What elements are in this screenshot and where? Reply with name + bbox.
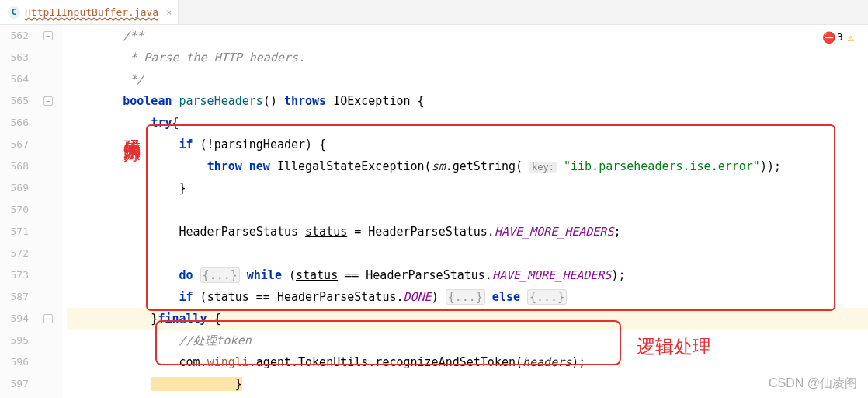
fold-column: − − −	[40, 25, 62, 398]
code-line: do {...} while (status == HeaderParseSta…	[67, 264, 868, 286]
code-line: boolean parseHeaders() throws IOExceptio…	[67, 90, 868, 112]
tab-filename: Http11InputBuffer.java	[25, 6, 158, 18]
inspection-badges[interactable]: ⛔3 ⚠	[822, 31, 856, 44]
fold-icon[interactable]: −	[43, 31, 53, 40]
file-tab[interactable]: C Http11InputBuffer.java ×	[0, 0, 179, 24]
code-line: com.wingli.agent.TokenUtils.recognizeAnd…	[67, 351, 868, 373]
code-line: //处理token	[67, 330, 868, 351]
code-line: if (status == HeaderParseStatus.DONE) {.…	[67, 286, 868, 308]
code-line: HeaderParseStatus status = HeaderParseSt…	[67, 221, 868, 243]
code-line: */	[67, 68, 868, 90]
code-line: }finally {	[67, 308, 868, 330]
code-line: }	[67, 373, 868, 395]
tab-bar: C Http11InputBuffer.java ×	[0, 0, 868, 25]
warning-icon: ⚠	[848, 31, 856, 44]
fold-icon[interactable]: −	[43, 96, 53, 106]
fold-icon[interactable]: −	[43, 314, 53, 323]
close-icon[interactable]: ×	[166, 7, 172, 18]
code-area[interactable]: /** * Parse the HTTP headers. */ boolean…	[62, 25, 868, 398]
error-icon: ⛔3	[822, 31, 842, 44]
code-line: try{	[67, 112, 868, 134]
code-editor[interactable]: 562 563 564 565 566 567 568 569 570 571 …	[0, 25, 868, 398]
code-line: if (!parsingHeader) {	[67, 134, 868, 155]
code-line: throw new IllegalStateException(sm.getSt…	[67, 155, 868, 177]
code-line	[67, 199, 868, 221]
code-line: * Parse the HTTP headers.	[67, 47, 868, 68]
java-class-icon: C	[8, 6, 20, 19]
line-gutter: 562 563 564 565 566 567 568 569 570 571 …	[0, 25, 40, 398]
code-line: /**	[67, 25, 868, 47]
code-line	[67, 243, 868, 264]
code-line: }	[67, 177, 868, 199]
